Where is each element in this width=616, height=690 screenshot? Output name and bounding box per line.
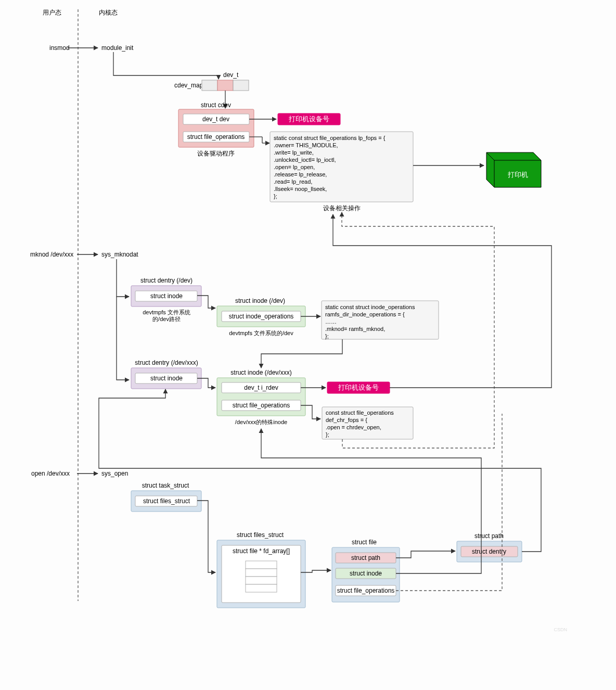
svg-text:struct inode: struct inode bbox=[350, 570, 382, 577]
files-struct-title: struct files_struct bbox=[237, 531, 284, 539]
svg-text:打印机: 打印机 bbox=[507, 171, 528, 178]
cdev-map-cell-2 bbox=[233, 80, 249, 91]
svg-text:struct file_operations: struct file_operations bbox=[187, 133, 245, 140]
fd-row-0 bbox=[246, 561, 277, 569]
code-caption: 设备相关操作 bbox=[323, 205, 361, 212]
svg-text:打印机设备号: 打印机设备号 bbox=[338, 384, 379, 391]
struct-path-title: struct path bbox=[474, 532, 504, 540]
lbl-dev-t: dev_t bbox=[223, 71, 239, 79]
svg-text:struct inode_operations: struct inode_operations bbox=[229, 313, 294, 320]
lbl-cdev-map: cdev_map bbox=[174, 82, 203, 89]
kentry-module-init: module_init bbox=[101, 44, 134, 52]
inode-dev-caption: devtmpfs 文件系统的/dev bbox=[229, 330, 293, 336]
svg-text:dev_t i_rdev: dev_t i_rdev bbox=[244, 384, 278, 391]
svg-text:struct file_operations: struct file_operations bbox=[233, 402, 290, 409]
svg-text:struct files_struct: struct files_struct bbox=[143, 497, 190, 505]
lbl-kernel-space: 内核态 bbox=[99, 9, 118, 16]
cdev-map-cell-1 bbox=[217, 80, 233, 91]
svg-text:struct path: struct path bbox=[351, 554, 380, 561]
svg-text:struct dentry: struct dentry bbox=[472, 548, 506, 555]
svg-text:struct file_operations: struct file_operations bbox=[337, 587, 395, 594]
fd-row-2 bbox=[246, 577, 277, 584]
svg-text:dev_t dev: dev_t dev bbox=[202, 116, 229, 123]
fd-row-1 bbox=[246, 569, 277, 577]
cdev-map-cell-0 bbox=[202, 80, 217, 91]
svg-marker-12 bbox=[486, 152, 541, 187]
task-struct-title: struct task_struct bbox=[142, 482, 189, 489]
cmd-open: open /dev/xxx bbox=[31, 470, 70, 477]
fd-row-3 bbox=[246, 584, 277, 592]
printer-cube: 打印机 bbox=[486, 152, 541, 187]
kentry-sys-open: sys_open bbox=[101, 470, 128, 477]
cdev-title: struct cdev bbox=[201, 101, 231, 109]
cmd-mknod: mknod /dev/xxx bbox=[30, 251, 73, 258]
cdev-caption: 设备驱动程序 bbox=[197, 150, 235, 157]
cmd-insmod: insmod bbox=[49, 44, 70, 52]
watermark: CSDN bbox=[554, 627, 567, 632]
svg-text:devtmpfs 文件系统的/dev路径: devtmpfs 文件系统的/dev路径 bbox=[143, 309, 190, 322]
svg-text:struct inode: struct inode bbox=[150, 375, 183, 382]
lbl-user-space: 用户态 bbox=[43, 9, 61, 16]
kentry-sys-mknodat: sys_mknodat bbox=[101, 251, 138, 258]
dentry-xxx-title: struct dentry (/dev/xxx) bbox=[135, 359, 198, 366]
inode-xxx-caption: /dev/xxx的特殊inode bbox=[235, 419, 287, 425]
inode-xxx-title: struct inode (/dev/xxx) bbox=[230, 369, 291, 376]
dentry-dev-title: struct dentry (/dev) bbox=[140, 277, 192, 284]
struct-file-title: struct file bbox=[352, 539, 377, 546]
svg-text:打印机设备号: 打印机设备号 bbox=[288, 115, 329, 123]
inode-dev-title: struct inode (/dev) bbox=[235, 297, 285, 304]
svg-text:struct file * fd_array[]: struct file * fd_array[] bbox=[233, 547, 290, 555]
svg-text:struct inode: struct inode bbox=[150, 292, 183, 300]
